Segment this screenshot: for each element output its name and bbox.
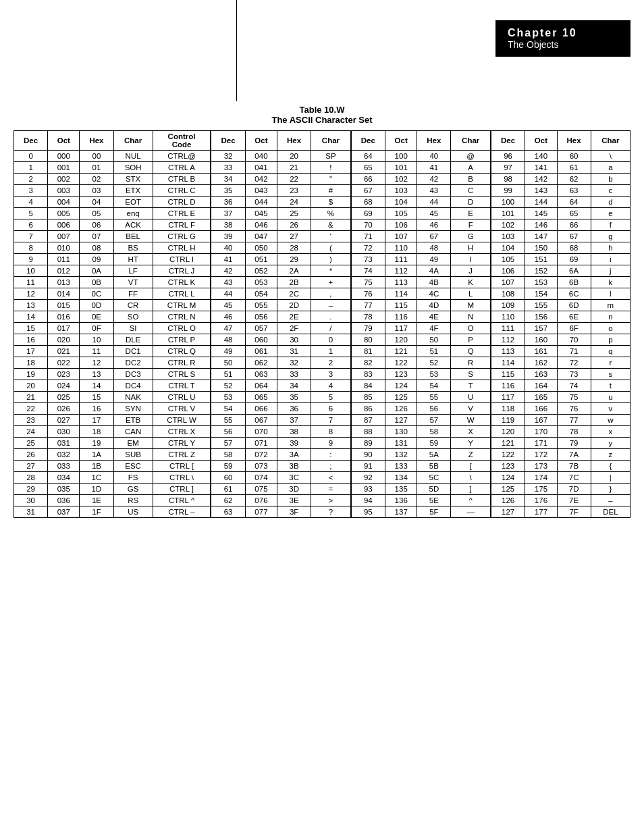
table-cell: K — [451, 277, 491, 288]
table-cell: 105 — [385, 208, 417, 219]
table-row: 2302717ETBCTRL W550673778712757W11916777… — [14, 415, 630, 426]
vertical-divider — [236, 0, 237, 101]
table-cell: 7C — [557, 472, 591, 484]
table-cell: 032 — [48, 449, 80, 461]
table-cell: F — [451, 219, 491, 231]
table-cell: 80 — [351, 334, 385, 346]
table-cell: 30 — [14, 495, 48, 506]
table-cell: CTRL [ — [153, 461, 211, 472]
table-cell: 143 — [525, 185, 557, 197]
table-cell: 19 — [14, 369, 48, 380]
table-cell: CTRL Q — [153, 346, 211, 357]
table-row: 310371FUSCTRL –630773F?951375F—1271777FD… — [14, 506, 630, 518]
table-cell: CTRL E — [153, 208, 211, 219]
table-cell: 122 — [491, 449, 525, 461]
table-cell: 53 — [417, 369, 451, 380]
table-cell: 29 — [277, 254, 311, 265]
table-cell: 60 — [211, 472, 245, 484]
table-cell: 76 — [351, 288, 385, 300]
table-cell: 26 — [277, 219, 311, 231]
table-cell: 146 — [525, 219, 557, 231]
table-cell: \ — [451, 472, 491, 484]
table-cell: SUB — [113, 449, 153, 461]
table-cell: I — [451, 254, 491, 265]
table-cell: 1A — [80, 449, 113, 461]
table-cell: CTRL Z — [153, 449, 211, 461]
table-cell: 025 — [48, 392, 80, 403]
table-cell: CTRL – — [153, 506, 211, 518]
table-cell: 74 — [351, 265, 385, 277]
table-cell: 1B — [80, 461, 113, 472]
table-section: Table 10.W The ASCII Character Set Dec O… — [14, 105, 630, 518]
table-cell: b — [591, 174, 630, 185]
table-cell: 041 — [245, 162, 277, 174]
table-cell: < — [311, 472, 351, 484]
table-cell: 27 — [277, 231, 311, 242]
table-cell: 156 — [525, 311, 557, 323]
table-cell: * — [311, 265, 351, 277]
table-cell: 144 — [525, 197, 557, 208]
table-cell: 93 — [351, 484, 385, 495]
table-cell: W — [451, 415, 491, 426]
table-cell: 126 — [491, 495, 525, 506]
table-cell: D — [451, 197, 491, 208]
table-cell: 021 — [48, 346, 80, 357]
table-cell: Y — [451, 438, 491, 449]
table-cell: 84 — [351, 380, 385, 392]
table-row: 300361ERSCTRL ^620763E>941365E^1261767E– — [14, 495, 630, 506]
table-cell: 153 — [525, 277, 557, 288]
table-cell: ) — [311, 254, 351, 265]
table-cell: 155 — [525, 300, 557, 311]
table-cell: CTRL Y — [153, 438, 211, 449]
table-cell: 145 — [525, 208, 557, 219]
table-cell: P — [451, 334, 491, 346]
table-cell: 042 — [245, 174, 277, 185]
table-cell: 2C — [277, 288, 311, 300]
table-cell: DC4 — [113, 380, 153, 392]
table-cell: 28 — [14, 472, 48, 484]
table-cell: 35 — [277, 392, 311, 403]
table-cell: 72 — [351, 242, 385, 254]
table-cell: 65 — [351, 162, 385, 174]
table-row: 700707BELCTRL G3904727'7110767G10314767g — [14, 231, 630, 242]
table-cell: 6B — [557, 277, 591, 288]
col-oct-3: Oct — [385, 131, 417, 151]
table-cell: d — [591, 197, 630, 208]
table-cell: i — [591, 254, 630, 265]
table-row: 1702111DC1CTRL Q490613118112151Q11316171… — [14, 346, 630, 357]
table-cell: EM — [113, 438, 153, 449]
table-cell: 66 — [557, 219, 591, 231]
table-cell: O — [451, 323, 491, 334]
table-cell: 7D — [557, 484, 591, 495]
table-cell: / — [311, 323, 351, 334]
col-dec-4: Dec — [491, 131, 525, 151]
table-cell: 2 — [311, 357, 351, 369]
table-cell: 64 — [557, 197, 591, 208]
table-cell: 101 — [491, 208, 525, 219]
table-cell: 050 — [245, 242, 277, 254]
table-cell: 027 — [48, 415, 80, 426]
table-cell: 165 — [525, 392, 557, 403]
table-cell: 07 — [80, 231, 113, 242]
table-cell: 01 — [80, 162, 113, 174]
table-cell: 127 — [385, 415, 417, 426]
table-cell: J — [451, 265, 491, 277]
col-ctrl-1: ControlCode — [153, 131, 211, 151]
table-cell: 0 — [14, 151, 48, 162]
table-cell: 71 — [557, 346, 591, 357]
table-cell: ] — [451, 484, 491, 495]
table-cell: G — [451, 231, 491, 242]
table-cell: CTRL N — [153, 311, 211, 323]
table-cell: 31 — [277, 346, 311, 357]
table-cell: 82 — [351, 357, 385, 369]
table-cell: 3D — [277, 484, 311, 495]
table-cell: CTRL@ — [153, 151, 211, 162]
table-cell: 0E — [80, 311, 113, 323]
table-cell: 106 — [491, 265, 525, 277]
table-cell: 023 — [48, 369, 80, 380]
table-cell: 004 — [48, 197, 80, 208]
table-cell: 127 — [491, 506, 525, 518]
table-cell: z — [591, 449, 630, 461]
table-cell: 055 — [245, 300, 277, 311]
table-header-row: Dec Oct Hex Char ControlCode Dec Oct Hex… — [14, 131, 630, 151]
